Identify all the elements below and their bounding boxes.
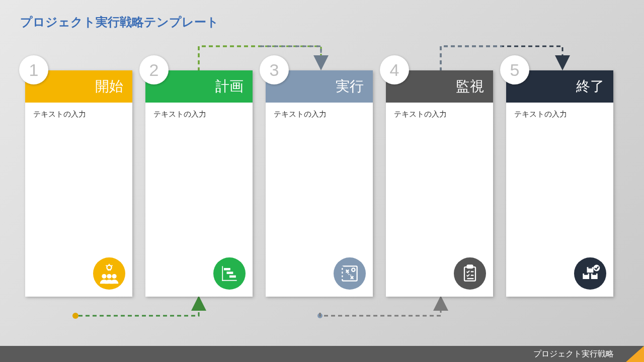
card-monitor: 4 監視 テキストの入力: [386, 70, 493, 297]
card-body-text[interactable]: テキストの入力: [386, 103, 493, 126]
svg-rect-8: [222, 266, 223, 281]
team-idea-icon: [93, 257, 125, 290]
badge-number: 5: [500, 55, 529, 84]
svg-rect-11: [227, 272, 233, 274]
card-execute: 3 実行 テキストの入力: [266, 70, 373, 297]
card-body-text[interactable]: テキストの入力: [145, 103, 253, 126]
footer-text: プロジェクト実行戦略: [533, 349, 614, 359]
badge-number: 2: [139, 55, 169, 84]
card-row: 1 開始 テキストの入力 2 計画 テキストの入力: [25, 70, 613, 297]
card-body-text[interactable]: テキストの入力: [506, 103, 613, 126]
svg-point-14: [352, 268, 355, 271]
svg-rect-9: [222, 280, 236, 281]
page-title: プロジェクト実行戦略テンプレート: [20, 14, 219, 30]
badge-number: 3: [260, 55, 289, 84]
badge-number: 1: [19, 55, 48, 84]
clipboard-icon: [454, 257, 486, 290]
card-plan: 2 計画 テキストの入力: [145, 70, 253, 297]
card-start: 1 開始 テキストの入力: [25, 70, 132, 297]
card-body-text[interactable]: テキストの入力: [25, 103, 132, 126]
svg-point-7: [112, 274, 117, 279]
svg-rect-10: [224, 268, 230, 270]
svg-point-2: [72, 313, 78, 319]
svg-point-3: [317, 313, 323, 318]
svg-rect-23: [588, 267, 592, 268]
card-body-text[interactable]: テキストの入力: [266, 103, 373, 126]
svg-point-4: [107, 265, 111, 270]
gantt-icon: [213, 257, 246, 290]
svg-point-6: [107, 274, 111, 279]
footer-bar: プロジェクト実行戦略: [0, 346, 644, 362]
card-close: 5 終了 テキストの入力: [506, 70, 613, 297]
svg-rect-25: [593, 274, 596, 275]
badge-number: 4: [380, 55, 409, 84]
tactics-icon: [334, 257, 366, 290]
boxes-check-icon: [574, 257, 606, 290]
svg-rect-24: [584, 274, 588, 275]
svg-point-5: [102, 274, 106, 279]
svg-rect-12: [229, 276, 236, 278]
footer-accent: [626, 346, 644, 362]
svg-rect-16: [467, 265, 473, 268]
